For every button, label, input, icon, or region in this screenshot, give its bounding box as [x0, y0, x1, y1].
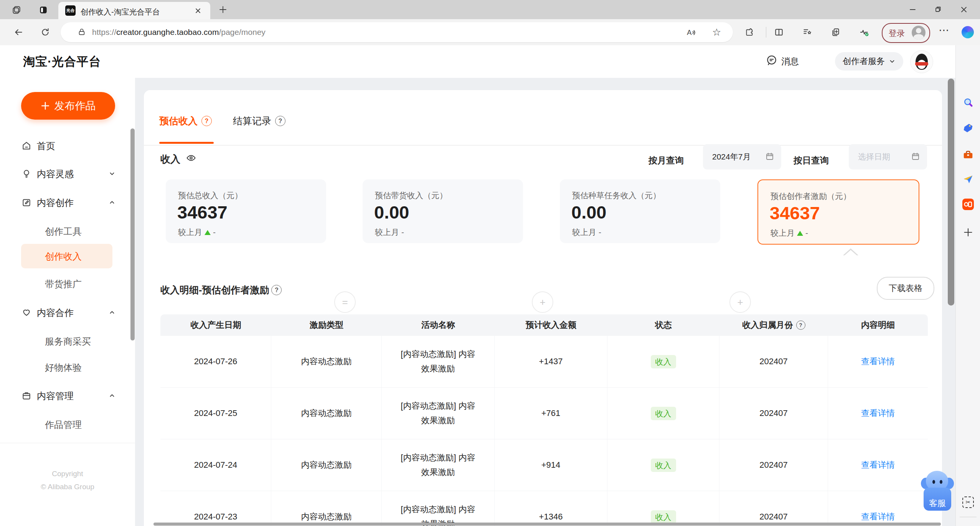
favorites-list-icon[interactable] [802, 27, 813, 38]
elephant-eye [932, 480, 935, 484]
browser-essentials-icon[interactable] [859, 27, 869, 38]
view-detail-link[interactable]: 查看详情 [861, 354, 895, 369]
col-header-amount: 预计收入金额 [495, 319, 607, 331]
chevron-up-icon [109, 199, 115, 207]
tab-settlement-record[interactable]: 结算记录 [233, 115, 285, 127]
status-badge: 收入 [651, 355, 676, 368]
plus-operator: + [729, 291, 751, 313]
plus-icon [41, 101, 50, 110]
tab-estimated-income[interactable]: 预估收入 [159, 115, 212, 127]
elephant-eye [940, 480, 942, 484]
messages-label: 消息 [781, 56, 799, 67]
help-icon[interactable] [271, 285, 282, 295]
publish-work-button[interactable]: 发布作品 [21, 92, 115, 120]
kefu-label: 客服 [922, 498, 953, 509]
tab-close-icon[interactable] [193, 6, 203, 15]
help-icon[interactable] [796, 321, 805, 330]
browser-tab[interactable]: 光合 创作收入-淘宝光合平台 [58, 2, 210, 19]
address-bar[interactable]: https://creator.guanghe.taobao.com/page/… [61, 22, 733, 42]
svg-text:A: A [687, 28, 692, 36]
view-detail-link[interactable]: 查看详情 [861, 510, 895, 524]
site-logo[interactable]: 淘宝·光合平台 [23, 54, 101, 70]
url-text[interactable]: https://creator.guanghe.taobao.com/page/… [92, 28, 266, 37]
help-icon[interactable] [275, 116, 285, 126]
col-header-status: 状态 [607, 319, 719, 331]
new-tab-icon[interactable] [219, 5, 227, 15]
sidebar-item-management[interactable]: 内容管理 [0, 383, 135, 408]
back-icon[interactable] [13, 27, 24, 38]
view-detail-link[interactable]: 查看详情 [861, 458, 895, 472]
tab-title: 创作收入-淘宝光合平台 [81, 7, 160, 17]
equals-operator: = [334, 291, 356, 313]
table-row: 2024-07-26 内容动态激励 [内容动态激励] 内容效果激励 +1437 … [160, 336, 928, 388]
col-header-type: 激励类型 [271, 319, 382, 331]
edge-sidebar-rail: ✂ ⚙ [955, 45, 980, 526]
date-picker[interactable]: 选择日期 [849, 144, 927, 169]
table-header-row: 收入产生日期 激励类型 活动名称 预计收入金额 状态 收入归属月份 内容明细 [160, 314, 928, 336]
add-to-sidebar-icon[interactable] [962, 226, 974, 238]
plus-operator: + [532, 291, 553, 313]
kuaishou-icon[interactable] [962, 198, 974, 210]
status-badge: 收入 [651, 459, 676, 472]
sidebar-item-home[interactable]: 首页 [0, 133, 135, 158]
col-header-activity: 活动名称 [382, 319, 495, 331]
tabs-divider [144, 145, 942, 146]
window-restore-icon[interactable] [932, 4, 944, 15]
refresh-icon[interactable] [40, 27, 51, 38]
page-vertical-scrollbar[interactable] [948, 79, 954, 306]
sidebar-item-works-management[interactable]: 作品管理 [0, 412, 135, 437]
chevron-up-icon [109, 309, 115, 317]
download-table-button[interactable]: 下载表格 [877, 277, 934, 300]
creator-service-menu[interactable]: 创作者服务 [835, 52, 903, 71]
sidebar-item-inspiration[interactable]: 内容灵感 [0, 161, 135, 186]
sidebar-item-creation-tools[interactable]: 创作工具 [0, 219, 135, 243]
view-detail-link[interactable]: 查看详情 [861, 406, 895, 421]
read-aloud-icon[interactable]: A [686, 28, 697, 39]
stat-card-sales-income: 预估带货收入（元） 0.00 较上月- [363, 179, 523, 243]
sidebar-item-promotion[interactable]: 带货推广 [0, 271, 135, 296]
search-icon[interactable] [962, 97, 974, 109]
archive-box-icon [21, 391, 31, 401]
shopping-tag-icon[interactable] [962, 122, 974, 134]
help-icon[interactable] [201, 116, 212, 126]
window-close-icon[interactable] [958, 4, 970, 15]
income-section-title: 收入 [160, 153, 196, 166]
screenshot-icon[interactable]: ✂ [962, 496, 974, 508]
login-button[interactable]: 登录 [882, 23, 930, 43]
tab-actions-icon[interactable] [38, 5, 48, 16]
split-screen-icon[interactable] [774, 27, 784, 38]
sidebar-item-goods-experience[interactable]: 好物体验 [0, 355, 135, 380]
table-row: 2024-07-25 内容动态激励 [内容动态激励] 内容效果激励 +761 收… [160, 388, 928, 439]
col-header-month: 收入归属月份 [719, 319, 828, 331]
up-arrow-icon [205, 230, 211, 235]
window-minimize-icon[interactable] [907, 4, 919, 15]
month-query-label: 按月查询 [648, 155, 684, 166]
day-query-label: 按日查询 [794, 155, 829, 166]
copilot-icon[interactable] [962, 26, 974, 38]
workspaces-icon[interactable] [12, 5, 21, 16]
eye-icon[interactable] [186, 153, 196, 166]
messages-button[interactable]: 消息 [766, 54, 799, 68]
collections-icon[interactable] [830, 27, 841, 38]
login-label: 登录 [889, 28, 905, 39]
stat-card-creator-incentive[interactable]: 预估创作者激励（元） 34637 较上月- [757, 179, 919, 245]
site-header: 淘宝·光合平台 消息 创作者服务 [0, 45, 955, 78]
qq-avatar[interactable] [910, 50, 933, 73]
sidebar-item-cooperation[interactable]: 内容合作 [0, 300, 135, 325]
month-picker[interactable]: 2024年7月 [703, 144, 781, 169]
up-arrow-icon [797, 231, 803, 236]
sidebar-item-service-purchase[interactable]: 服务商采买 [0, 329, 135, 353]
favorite-star-icon[interactable]: ☆ [712, 26, 721, 38]
browser-titlebar: 光合 创作收入-淘宝光合平台 [0, 0, 980, 19]
col-header-date: 收入产生日期 [160, 319, 271, 331]
sidebar-item-creation[interactable]: 内容创作 [0, 190, 135, 215]
status-badge: 收入 [651, 407, 676, 420]
extensions-icon[interactable] [744, 27, 754, 38]
toolbox-icon[interactable] [962, 149, 974, 161]
paper-plane-icon[interactable] [962, 173, 974, 186]
page-horizontal-scrollbar[interactable] [153, 523, 941, 526]
more-menu-icon[interactable]: ⋯ [939, 24, 949, 36]
status-badge: 收入 [651, 510, 676, 524]
sidebar-item-creation-income[interactable]: 创作收入 [0, 244, 135, 268]
customer-service-widget[interactable]: 客服 [922, 470, 953, 513]
